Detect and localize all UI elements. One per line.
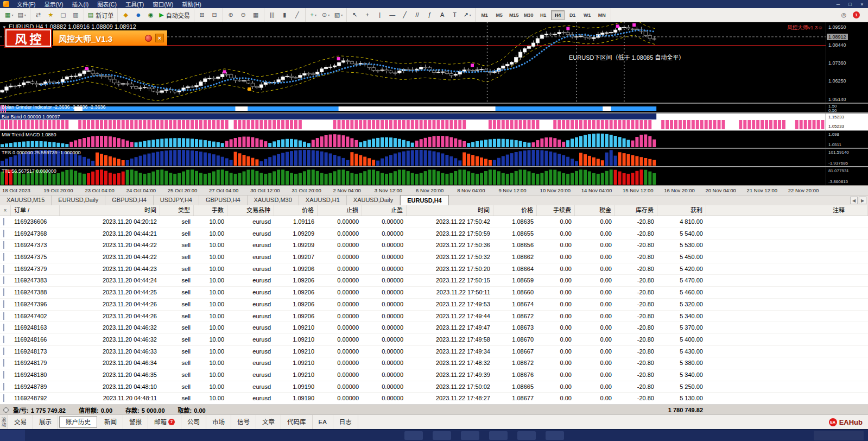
- bottom-tab-market[interactable]: 市场: [206, 415, 231, 430]
- column-header-close-price[interactable]: 价格: [493, 205, 537, 216]
- chart-tab-eurusd-h4[interactable]: EURUSD,H4: [400, 195, 449, 205]
- price-scale[interactable]: 1.095501.084401.073601.062501.051401.089…: [826, 22, 868, 185]
- zoom-out-button[interactable]: ⊖: [238, 9, 249, 21]
- timeframe-h4-button[interactable]: H4: [551, 10, 565, 20]
- timeframe-m30-button[interactable]: M30: [522, 10, 535, 20]
- window-separator[interactable]: [0, 103, 868, 104]
- timeframe-m15-button[interactable]: M15: [507, 10, 521, 20]
- bottom-tab-ea[interactable]: EA: [313, 415, 333, 430]
- templates-button[interactable]: ▧▾: [333, 9, 344, 21]
- menu-window[interactable]: 窗口(W): [148, 0, 178, 8]
- brand[interactable]: EA EAHub: [829, 418, 863, 426]
- bottom-tab-news[interactable]: 新闻: [98, 415, 123, 430]
- support-button[interactable]: ☻: [132, 9, 144, 21]
- order-row[interactable]: 11692366062023.11.20 04:20:12sell10.00eu…: [0, 216, 868, 228]
- order-row[interactable]: 11692473732023.11.20 04:44:22sell10.00eu…: [0, 240, 868, 251]
- web-terminal-button[interactable]: ◉: [145, 9, 156, 21]
- chart-tab-gbpusd-h4[interactable]: GBPUSD,H4: [105, 195, 154, 205]
- menu-tools[interactable]: 工具(T): [121, 0, 148, 8]
- terminal-toggle-button[interactable]: ▥: [70, 9, 81, 21]
- docked-panel-handle[interactable]: 滚动: [0, 415, 8, 430]
- close-button[interactable]: ×: [856, 0, 868, 8]
- bottom-tab-code-base[interactable]: 代码库: [281, 415, 313, 430]
- menu-charts[interactable]: 图表(C): [93, 0, 121, 8]
- column-header-swap[interactable]: 库存费: [615, 205, 657, 216]
- order-row[interactable]: 11692473792023.11.20 04:44:23sell10.00eu…: [0, 263, 868, 275]
- search-button[interactable]: ◎: [838, 9, 850, 21]
- bottom-tab-mailbox[interactable]: 邮箱7: [148, 415, 181, 430]
- cascade-windows-button[interactable]: ⊟: [209, 9, 220, 21]
- chart-tab-xauusd-daily[interactable]: XAUUSD,Daily: [347, 195, 400, 205]
- timeframe-m1-button[interactable]: M1: [478, 10, 491, 20]
- notifications-button[interactable]: 1: [851, 9, 862, 21]
- bottom-tab-signals[interactable]: 信号: [231, 415, 256, 430]
- text-button[interactable]: A: [436, 9, 448, 21]
- timeframe-d1-button[interactable]: D1: [566, 10, 579, 20]
- new-chart-button[interactable]: ▦▾: [3, 9, 15, 21]
- minimize-button[interactable]: ─: [832, 0, 844, 8]
- chart-tab-eurusd-daily[interactable]: EURUSD,Daily: [52, 195, 105, 205]
- indicators-button[interactable]: +▾: [308, 9, 319, 21]
- order-row[interactable]: 11692481792023.11.20 04:46:34sell10.00eu…: [0, 357, 868, 369]
- column-header-open-price[interactable]: 价格: [274, 205, 318, 216]
- navigator-button[interactable]: ▢: [58, 9, 69, 21]
- order-row[interactable]: 11692473882023.11.20 04:44:25sell10.00eu…: [0, 287, 868, 299]
- text-label-button[interactable]: T: [449, 9, 460, 21]
- trendline-button[interactable]: ╱: [399, 9, 410, 21]
- column-header-lots[interactable]: 手数: [194, 205, 227, 216]
- window-separator[interactable]: [0, 166, 868, 167]
- time-axis[interactable]: 18 Oct 202319 Oct 20:0023 Oct 04:0024 Oc…: [0, 185, 868, 195]
- banner-close-button[interactable]: ×: [155, 34, 164, 42]
- scroll-right-icon[interactable]: ▶: [859, 197, 866, 204]
- bottom-tab-account-history[interactable]: 账户历史: [59, 416, 97, 428]
- column-header-comment[interactable]: 注释: [706, 205, 868, 216]
- bottom-tab-company[interactable]: 公司: [181, 415, 206, 430]
- chart-area[interactable]: 1.095501.084401.073601.062501.051401.089…: [0, 22, 868, 195]
- fibonacci-button[interactable]: ƒ: [424, 9, 435, 21]
- order-row[interactable]: 11692473752023.11.20 04:44:22sell10.00eu…: [0, 251, 868, 263]
- window-separator[interactable]: [0, 130, 868, 131]
- chart-tab-gbpusd-h4[interactable]: GBPUSD,H4: [199, 195, 248, 205]
- order-row[interactable]: 11692487892023.11.20 04:48:10sell10.00eu…: [0, 381, 868, 393]
- column-header-close-time[interactable]: 时间: [407, 205, 493, 216]
- menu-view[interactable]: 显示(V): [40, 0, 67, 8]
- bottom-tab-articles[interactable]: 文章: [256, 415, 281, 430]
- menu-help[interactable]: 帮助(H): [178, 0, 206, 8]
- order-row[interactable]: 11692474022023.11.20 04:44:26sell10.00eu…: [0, 311, 868, 323]
- crosshair-button[interactable]: +: [362, 9, 373, 21]
- arrows-button[interactable]: ↗▾: [461, 9, 473, 21]
- horizontal-line-button[interactable]: —: [387, 9, 398, 21]
- order-row[interactable]: 11692473962023.11.20 04:44:26sell10.00eu…: [0, 299, 868, 311]
- new-order-button[interactable]: ▤新订单: [86, 9, 115, 21]
- column-header-open-time[interactable]: 时间: [60, 205, 160, 216]
- timeframe-w1-button[interactable]: W1: [580, 10, 594, 20]
- zoom-in-button[interactable]: ⊕: [225, 9, 237, 21]
- order-row[interactable]: 11692481802023.11.20 04:46:35sell10.00eu…: [0, 369, 868, 381]
- terminal-close-button[interactable]: ×: [0, 205, 11, 216]
- cursor-button[interactable]: ↖: [349, 9, 360, 21]
- window-separator[interactable]: [0, 112, 868, 114]
- order-row[interactable]: 11692473832023.11.20 04:44:24sell10.00eu…: [0, 275, 868, 287]
- restore-button[interactable]: □: [844, 0, 856, 8]
- line-mode-button[interactable]: ╱: [292, 9, 303, 21]
- order-row[interactable]: 11692473682023.11.20 04:44:21sell10.00eu…: [0, 228, 868, 240]
- order-row[interactable]: 11692487922023.11.20 04:48:11sell10.00eu…: [0, 393, 868, 405]
- column-header-order[interactable]: 订单 /: [11, 205, 60, 216]
- timeframe-mn-button[interactable]: MN: [595, 10, 609, 20]
- bottom-tab-exposure[interactable]: 展示: [33, 415, 58, 430]
- chart-tab-xauusd-m30[interactable]: XAUUSD,M30: [248, 195, 299, 205]
- column-header-stop-loss[interactable]: 止损: [318, 205, 362, 216]
- bottom-tab-trade[interactable]: 交易: [8, 415, 33, 430]
- column-header-take-profit[interactable]: 止盈: [362, 205, 407, 216]
- scroll-left-icon[interactable]: ◀: [850, 197, 858, 204]
- bars-mode-button[interactable]: |||: [267, 9, 278, 21]
- timeframe-h1-button[interactable]: H1: [536, 10, 550, 20]
- order-row[interactable]: 11692481662023.11.20 04:46:32sell10.00eu…: [0, 334, 868, 346]
- chart-canvas[interactable]: [0, 22, 826, 185]
- chart-tab-xauusd-m15[interactable]: XAUUSD,M15: [0, 195, 52, 205]
- periods-button[interactable]: ⊙▾: [320, 9, 332, 21]
- column-header-commission[interactable]: 手续费: [537, 205, 575, 216]
- order-row[interactable]: 11692481732023.11.20 04:46:33sell10.00eu…: [0, 346, 868, 358]
- auto-trading-button[interactable]: ▶自动交易: [157, 9, 191, 21]
- menu-file[interactable]: 文件(F): [12, 0, 40, 8]
